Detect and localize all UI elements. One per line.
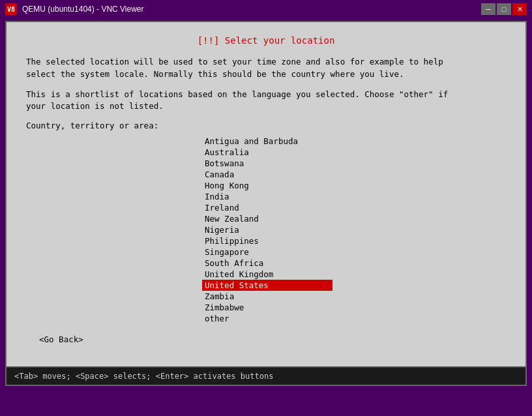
list-item-selected[interactable]: United States	[202, 280, 332, 291]
list-item[interactable]: other	[202, 313, 332, 324]
list-item[interactable]: Hong Kong	[202, 180, 332, 191]
window-controls: ─ □ ✕	[481, 3, 527, 15]
list-item[interactable]: Antigua and Barbuda	[202, 136, 332, 147]
minimize-button[interactable]: ─	[481, 3, 495, 15]
installer-content: [!!] Select your location The selected l…	[7, 22, 525, 366]
app-logo: V8	[5, 3, 17, 15]
list-item[interactable]: New Zealand	[202, 213, 332, 224]
status-bar: <Tab> moves; <Space> selects; <Enter> ac…	[7, 366, 525, 385]
list-item[interactable]: United Kingdom	[202, 269, 332, 280]
close-button[interactable]: ✕	[512, 3, 527, 15]
section-label: Country, territory or area:	[26, 121, 506, 130]
list-item[interactable]: Nigeria	[202, 224, 332, 235]
list-item[interactable]: India	[202, 191, 332, 202]
bottom-buttons: <Go Back>	[26, 334, 506, 344]
list-item[interactable]: Zambia	[202, 291, 332, 302]
maximize-button[interactable]: □	[497, 3, 511, 15]
description-2: This is a shortlist of locations based o…	[26, 89, 506, 113]
list-item[interactable]: Philippines	[202, 235, 332, 246]
list-item[interactable]: Ireland	[202, 202, 332, 213]
list-item[interactable]: South Africa	[202, 258, 332, 269]
list-item[interactable]: Zimbabwe	[202, 302, 332, 313]
description-1: The selected location will be used to se…	[26, 56, 506, 81]
main-window: [!!] Select your location The selected l…	[5, 21, 527, 386]
logo-text: V8	[7, 6, 15, 13]
go-back-button[interactable]: <Go Back>	[39, 334, 83, 344]
list-item[interactable]: Botswana	[202, 158, 332, 169]
window-title: QEMU (ubuntu1404) - VNC Viewer	[22, 5, 476, 14]
list-item[interactable]: Canada	[202, 169, 332, 180]
list-item[interactable]: Australia	[202, 147, 332, 158]
country-list: Antigua and Barbuda Australia Botswana C…	[26, 136, 506, 324]
status-text: <Tab> moves; <Space> selects; <Enter> ac…	[14, 372, 273, 381]
title-bar: V8 QEMU (ubuntu1404) - VNC Viewer ─ □ ✕	[0, 0, 532, 18]
page-title: [!!] Select your location	[26, 35, 506, 46]
list-item[interactable]: Singapore	[202, 246, 332, 258]
